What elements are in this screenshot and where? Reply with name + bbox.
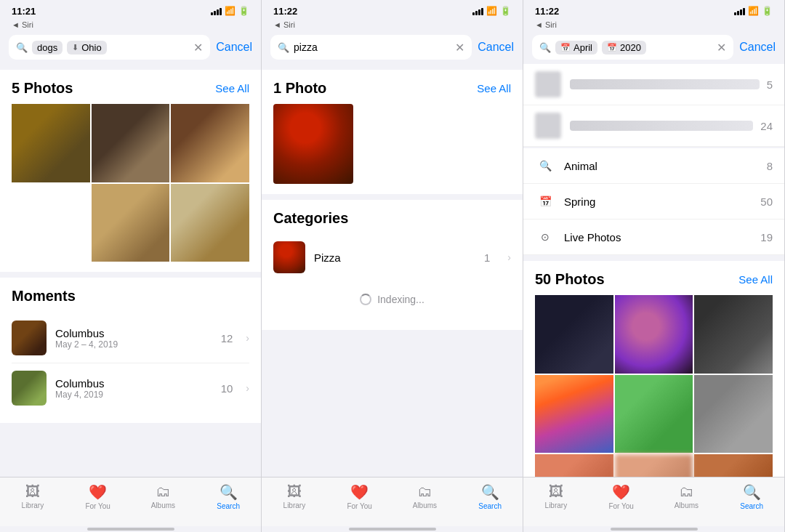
tab-icon-foryou-3: ❤️ [612, 483, 630, 501]
photo-3[interactable] [171, 104, 249, 182]
bar2 [214, 11, 216, 15]
result-thumb-2 [535, 113, 561, 139]
search-field-3[interactable]: 🔍 📅 April 📅 2020 ✕ [532, 35, 733, 60]
tab-icon-search-3: 🔍 [743, 483, 761, 501]
chevron-1: › [246, 332, 249, 344]
tab-foryou-1[interactable]: ❤️ For You [65, 483, 131, 510]
home-bar-2 [349, 528, 436, 531]
search-result-2[interactable]: 24 [523, 105, 784, 147]
battery-icon-3: 🔋 [762, 6, 773, 16]
suggested-spring-count: 50 [760, 196, 773, 208]
status-icons-2: 📶 🔋 [472, 6, 511, 16]
status-time-2: 11:22 [273, 6, 297, 17]
result-count-2: 24 [760, 120, 773, 132]
clear-button-2[interactable]: ✕ [455, 41, 464, 55]
grid-photo-8[interactable] [615, 454, 693, 477]
cancel-button-3[interactable]: Cancel [739, 41, 776, 54]
photo-5[interactable] [171, 184, 249, 262]
grid-photo-9[interactable] [694, 454, 773, 477]
tab-icon-foryou-1: ❤️ [89, 483, 107, 501]
search-field-2[interactable]: 🔍 pizza ✕ [270, 35, 472, 60]
tab-library-1[interactable]: 🖼 Library [0, 483, 65, 509]
moment-info-2: Columbus May 4, 2019 [55, 377, 212, 400]
tab-search-3[interactable]: 🔍 Search [719, 483, 784, 510]
suggested-livephotos-label: Live Photos [564, 231, 753, 243]
suggested-livephotos[interactable]: ⊙ Live Photos 19 [523, 219, 784, 255]
indexing-label: Indexing... [377, 294, 424, 305]
tab-library-3[interactable]: 🖼 Library [523, 483, 589, 509]
moment-item-2[interactable]: Columbus May 4, 2019 10 › [12, 363, 249, 413]
search-tag-2020[interactable]: 📅 2020 [602, 41, 646, 55]
clear-button-3[interactable]: ✕ [717, 41, 726, 55]
bar3-2 [478, 9, 480, 15]
bar4-2 [481, 8, 483, 15]
tab-bar-2: 🖼 Library ❤️ For You 🗂 Albums 🔍 Search [262, 477, 523, 526]
search-field-1[interactable]: 🔍 dogs ⬇ Ohio ✕ [9, 35, 210, 60]
search-icon-1: 🔍 [16, 42, 28, 53]
signal-bars-1 [211, 7, 222, 15]
moment-count-2: 10 [221, 382, 233, 395]
screen-2: 11:22 📶 🔋 ◄ Siri 🔍 pizza ✕ Cancel 1 Phot… [262, 0, 523, 532]
moment-place-1: Columbus [55, 327, 212, 339]
tab-albums-1[interactable]: 🗂 Albums [131, 483, 196, 509]
suggested-animal-label: Animal [564, 160, 760, 172]
animal-icon: 🔍 [535, 156, 555, 176]
status-time-3: 11:22 [535, 6, 559, 17]
tab-search-1[interactable]: 🔍 Search [196, 483, 261, 510]
fifty-photos-header: 50 Photos See All [535, 271, 773, 288]
photo-1[interactable] [12, 104, 90, 182]
cancel-button-2[interactable]: Cancel [478, 41, 514, 54]
tab-icon-search-2: 🔍 [481, 483, 499, 501]
grid-photo-1[interactable] [535, 295, 613, 374]
grid-photo-4[interactable] [535, 375, 613, 454]
tab-albums-2[interactable]: 🗂 Albums [392, 483, 458, 509]
see-all-1[interactable]: See All [215, 82, 249, 94]
photo-2[interactable] [92, 104, 170, 182]
status-bar-2: 11:22 📶 🔋 [262, 0, 523, 20]
grid-photo-2[interactable] [615, 295, 693, 374]
tab-label-foryou-2: For You [347, 502, 371, 510]
clear-button-1[interactable]: ✕ [193, 41, 203, 55]
grid-photo-3[interactable] [694, 295, 773, 374]
search-tag-ohio[interactable]: ⬇ Ohio [67, 41, 106, 55]
tab-label-library-1: Library [22, 501, 44, 509]
bar3-3 [740, 9, 742, 15]
tab-foryou-2[interactable]: ❤️ For You [327, 483, 392, 510]
see-all-2[interactable]: See All [477, 82, 511, 94]
screen-1: 11:21 📶 🔋 ◄ Siri 🔍 dogs ⬇ Ohio ✕ Ca [0, 0, 262, 532]
spinner-icon [360, 294, 371, 305]
see-all-3[interactable]: See All [738, 273, 773, 286]
pizza-photo[interactable] [273, 104, 353, 184]
grid-photo-5[interactable] [615, 375, 693, 454]
result-label-2 [570, 121, 753, 131]
cancel-button-1[interactable]: Cancel [216, 41, 252, 54]
moment-info-1: Columbus May 2 – 4, 2019 [55, 327, 212, 350]
grid-photo-6[interactable] [694, 375, 773, 454]
suggested-animal[interactable]: 🔍 Animal 8 [523, 148, 784, 184]
category-pizza[interactable]: Pizza 1 › [273, 235, 511, 279]
search-result-1[interactable]: 5 [523, 64, 784, 105]
moment-item-1[interactable]: Columbus May 2 – 4, 2019 12 › [12, 313, 249, 363]
tab-search-2[interactable]: 🔍 Search [457, 483, 523, 510]
grid-photo-7[interactable] [535, 454, 613, 477]
tab-icon-albums-3: 🗂 [679, 483, 693, 500]
photo-4[interactable] [92, 184, 170, 262]
photo-grid-1 [12, 104, 249, 262]
photos-header-1: 5 Photos See All [12, 80, 249, 97]
category-count-pizza: 1 [484, 251, 490, 264]
bar4-3 [743, 8, 745, 15]
tab-foryou-3[interactable]: ❤️ For You [589, 483, 654, 510]
search-bar-1: 🔍 dogs ⬇ Ohio ✕ Cancel [0, 31, 261, 64]
suggested-animal-count: 8 [767, 160, 773, 172]
category-thumb-pizza [273, 241, 305, 273]
search-results-list: 5 24 [523, 64, 784, 147]
suggested-spring[interactable]: 📅 Spring 50 [523, 184, 784, 219]
tab-library-2[interactable]: 🖼 Library [262, 483, 327, 509]
pizza-photo-row [273, 104, 511, 184]
wifi-icon-2: 📶 [486, 6, 497, 16]
bar1 [211, 12, 213, 15]
search-tag-dogs[interactable]: dogs [32, 41, 63, 55]
search-tag-april[interactable]: 📅 April [555, 41, 597, 55]
tab-albums-3[interactable]: 🗂 Albums [654, 483, 720, 509]
tab-icon-library-1: 🖼 [25, 483, 40, 500]
